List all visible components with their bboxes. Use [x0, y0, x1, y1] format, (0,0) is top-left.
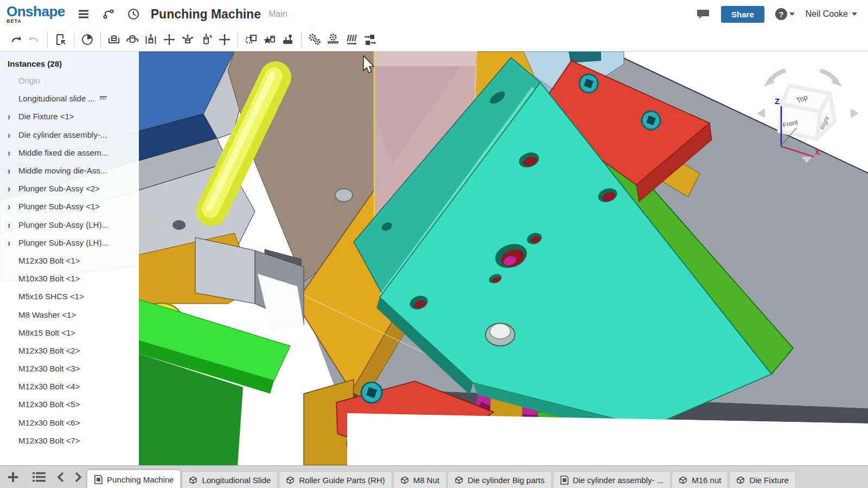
tab-die-cylinder-big-parts[interactable]: Die cylinder Big parts — [448, 471, 552, 488]
tab-longitudional-slide[interactable]: Longitudional Slide — [182, 471, 278, 488]
instance-item[interactable]: M5x16 SHCS <1> — [0, 287, 139, 305]
linear-relation-icon[interactable] — [361, 30, 379, 49]
hex-bolt[interactable] — [486, 323, 515, 346]
expand-chevron-icon[interactable]: › — [8, 237, 18, 248]
instance-item[interactable]: M8x15 Bolt <1> — [0, 324, 139, 342]
history-clock-icon[interactable] — [127, 8, 140, 21]
expand-chevron-icon[interactable]: › — [8, 219, 18, 230]
socket-bolt[interactable] — [361, 382, 382, 403]
tab-punching-machine[interactable]: Punching Machine — [87, 470, 181, 488]
instances-panel: Instances (28) Origin Longitudional slid… — [0, 52, 139, 465]
redo-icon[interactable] — [25, 30, 43, 49]
tab-m16-nut[interactable]: M16 nut — [672, 471, 728, 488]
comment-icon[interactable] — [696, 8, 710, 21]
instance-item[interactable]: ›Plunger Sub-Assy (LH)... — [0, 234, 139, 252]
instance-item[interactable]: M12x30 Bolt <6> — [0, 414, 139, 432]
logo-beta-text: BETA — [7, 19, 65, 24]
socket-bolt[interactable] — [642, 111, 660, 130]
document-title: Punching Machine — [151, 7, 261, 22]
instance-item[interactable]: M12x30 Bolt <3> — [0, 359, 139, 377]
user-menu[interactable]: Neil Cooke — [806, 9, 857, 19]
slider-mate-icon[interactable] — [142, 30, 160, 49]
undo-icon[interactable] — [7, 30, 25, 49]
expand-chevron-icon[interactable]: › — [8, 201, 18, 212]
assembly-toolbar — [0, 28, 868, 52]
help-icon: ? — [775, 8, 787, 20]
part-studio-icon — [455, 476, 464, 485]
expand-chevron-icon[interactable]: › — [8, 147, 18, 158]
onshape-logo[interactable]: Onshape BETA — [7, 4, 65, 24]
tab-die-cylinder-assembly[interactable]: Die cylinder assembly- ... — [553, 471, 671, 488]
ball-mate-icon[interactable] — [178, 30, 197, 49]
instance-item[interactable]: M12x30 Bolt <7> — [0, 432, 139, 450]
chevron-down-icon — [852, 12, 857, 16]
instance-item[interactable]: ›Plunger Sub-Assy <2> — [0, 179, 139, 197]
share-button[interactable]: Share — [721, 6, 764, 23]
instance-origin[interactable]: Origin — [0, 72, 139, 89]
instance-item[interactable]: M8 Washer <1> — [0, 305, 139, 323]
pin-slot-mate-icon[interactable] — [215, 30, 234, 49]
part-studio-icon — [736, 476, 745, 485]
new-tab-button[interactable] — [0, 466, 26, 488]
part-studio-icon — [189, 476, 198, 485]
instance-item[interactable]: M12x30 Bolt <4> — [0, 377, 139, 395]
planar-mate-icon[interactable] — [160, 30, 178, 49]
named-positions-icon[interactable] — [279, 30, 297, 49]
instance-item[interactable]: M10x30 Bolt <1> — [0, 269, 139, 287]
workspace-name[interactable]: Main — [269, 9, 288, 19]
main-menu-icon[interactable] — [77, 8, 90, 21]
expand-chevron-icon[interactable]: › — [8, 129, 18, 140]
instance-item[interactable]: ›Middle moving die-Ass... — [0, 162, 139, 179]
instance-item[interactable]: ›Plunger Sub-Assy (LH)... — [0, 216, 139, 234]
logo-text: Onshape — [7, 4, 65, 18]
mate-connector-icon[interactable] — [260, 30, 279, 49]
chevron-down-icon — [789, 12, 795, 16]
help-menu[interactable]: ? — [775, 8, 795, 20]
document-loading-icon — [78, 30, 97, 49]
revolute-mate-icon[interactable] — [123, 30, 142, 49]
app-header: Onshape BETA Punching Machine Main Share… — [0, 0, 868, 28]
cylindrical-mate-icon[interactable] — [197, 30, 215, 49]
insert-icon[interactable] — [52, 30, 70, 49]
x-axis-label: X — [815, 147, 820, 157]
instance-item[interactable]: ›Plunger Sub-Assy <1> — [0, 197, 139, 215]
expand-chevron-icon[interactable]: › — [8, 165, 18, 176]
screw-relation-icon[interactable] — [342, 30, 361, 49]
ground-icon — [99, 94, 107, 103]
instance-item[interactable]: M12x30 Bolt <5> — [0, 395, 139, 413]
tab-roller-guide-parts[interactable]: Roller Guide Parts (RH) — [279, 471, 392, 488]
user-name: Neil Cooke — [806, 9, 848, 19]
instance-item[interactable]: M12x30 Bolt <2> — [0, 342, 139, 359]
assembly-icon — [560, 476, 569, 485]
part-studio-icon — [400, 476, 410, 485]
expand-chevron-icon[interactable]: › — [8, 111, 18, 122]
gear-relation-icon[interactable] — [305, 30, 324, 49]
part-studio-icon — [679, 476, 688, 485]
rack-and-pinion-relation-icon[interactable] — [324, 30, 342, 49]
tab-die-fixture[interactable]: Die Fixture — [729, 471, 796, 488]
versions-branch-icon[interactable] — [102, 8, 115, 21]
fastened-mate-icon[interactable] — [105, 30, 123, 49]
expand-chevron-icon[interactable]: › — [8, 183, 18, 194]
tab-m8-nut[interactable]: M8 Nut — [393, 471, 446, 488]
part-studio-icon — [286, 476, 295, 485]
group-icon[interactable] — [242, 30, 260, 49]
next-tabs-button[interactable] — [69, 466, 87, 488]
instances-title: Instances (28) — [0, 52, 139, 72]
instance-item[interactable]: Longitudional slide ... — [0, 89, 139, 107]
instance-item[interactable]: ›Die cylinder assembly-... — [0, 126, 139, 144]
assembly-icon — [94, 475, 103, 484]
z-axis-label: Z — [775, 97, 780, 106]
document-tab-bar: Punching Machine Longitudional Slide Rol… — [0, 465, 868, 488]
tab-manager-button[interactable] — [26, 466, 52, 488]
instance-item[interactable]: M12x30 Bolt <1> — [0, 252, 139, 269]
instance-item[interactable]: ›Die Fixture <1> — [0, 107, 139, 125]
prev-tabs-button[interactable] — [52, 466, 69, 488]
instance-item[interactable]: ›Middle fixed die assem... — [0, 144, 139, 162]
socket-bolt[interactable] — [579, 74, 598, 93]
